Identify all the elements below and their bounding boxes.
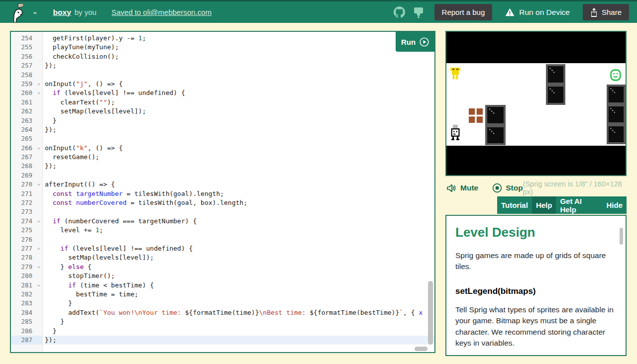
warning-icon <box>505 8 515 16</box>
line-number: 266⌄ <box>11 144 42 153</box>
fold-arrow-icon[interactable]: ⌄ <box>37 280 40 289</box>
line-number: 254 <box>11 34 42 43</box>
fold-arrow-icon[interactable]: ⌄ <box>37 88 40 96</box>
sprig-logo[interactable]: ⌄ <box>8 2 38 23</box>
line-number: 281⌄ <box>11 281 42 290</box>
code-line[interactable]: const numberCovered = tilesWith(goal, bo… <box>45 198 434 207</box>
line-number: 267 <box>11 153 42 162</box>
code-editor-panel: 254255256257258259⌄260⌄26126226326426526… <box>10 31 435 353</box>
share-icon <box>590 8 598 17</box>
sprig-editor-app: ⌄ boxy by you Saved to oli@mebberson.com… <box>0 0 637 364</box>
code-line[interactable]: getFirst(player).y -= 1; <box>45 34 434 43</box>
code-line[interactable]: playTune(myTune); <box>45 43 434 52</box>
line-number: 275 <box>11 226 42 235</box>
code-area[interactable]: getFirst(player).y -= 1; playTune(myTune… <box>43 32 434 352</box>
code-line[interactable]: } <box>45 327 434 336</box>
report-a-bug-label: Report a bug <box>442 8 485 16</box>
code-line[interactable]: }); <box>45 61 434 70</box>
code-line[interactable] <box>45 134 434 143</box>
code-line[interactable] <box>45 71 434 80</box>
play-circle-icon <box>420 37 429 47</box>
tab-hide[interactable]: Hide <box>602 196 627 214</box>
code-line[interactable]: level += 1; <box>45 226 434 235</box>
github-icon[interactable] <box>393 6 406 18</box>
device-icon[interactable] <box>413 6 425 19</box>
stop-button[interactable]: Stop <box>492 183 523 193</box>
code-line[interactable]: if (levels[level] !== undefined) { <box>45 244 434 253</box>
code-line[interactable]: setMap(levels[level]); <box>45 253 434 262</box>
speaker-icon <box>446 183 457 193</box>
code-line[interactable] <box>45 235 434 244</box>
code-line[interactable]: } <box>45 299 434 308</box>
code-line[interactable]: if (numberCovered === targetNumber) { <box>45 217 434 226</box>
code-line[interactable]: }); <box>45 162 434 171</box>
code-line[interactable]: const targetNumber = tilesWith(goal).len… <box>45 189 434 198</box>
line-number: 284 <box>11 308 42 317</box>
code-line[interactable]: onInput("j", () => { <box>45 80 434 89</box>
code-line[interactable] <box>45 171 434 180</box>
help-tabbar: TutorialHelpGet AI HelpHide <box>497 196 627 214</box>
editor-horizontal-scrollbar[interactable] <box>415 347 427 351</box>
code-line[interactable]: stopTimer(); <box>45 272 434 280</box>
box-sprite <box>607 124 626 144</box>
project-title-group: boxy by you <box>53 8 97 17</box>
chevron-down-icon[interactable]: ⌄ <box>32 7 38 16</box>
fold-arrow-icon[interactable]: ⌄ <box>37 143 40 152</box>
help-scrollbar[interactable] <box>620 228 623 245</box>
box-sprite <box>485 125 506 145</box>
fold-arrow-icon[interactable]: ⌄ <box>37 179 40 188</box>
project-author-label: by you <box>75 8 97 16</box>
code-line[interactable]: }); <box>45 125 434 134</box>
box-sprite <box>546 64 565 85</box>
screen-size-note: (Sprig screen is 1/8" / 160×128 px) <box>523 180 627 196</box>
line-number: 270⌄ <box>11 180 42 189</box>
code-line[interactable]: clearText(""); <box>45 98 434 107</box>
code-line[interactable]: addText(`You won!\nYour time: ${formatTi… <box>45 308 434 317</box>
box-sprite <box>485 105 506 125</box>
line-number: 260⌄ <box>11 89 42 97</box>
line-number: 285 <box>11 317 42 326</box>
mute-button[interactable]: Mute <box>446 183 478 193</box>
share-label: Share <box>602 8 622 16</box>
code-line[interactable]: afterInput(() => { <box>45 180 434 189</box>
line-number: 261 <box>11 98 42 107</box>
fold-arrow-icon[interactable]: ⌄ <box>37 262 40 271</box>
line-number: 282 <box>11 290 42 299</box>
tab-get-ai-help[interactable]: Get AI Help <box>556 196 602 214</box>
tab-tutorial[interactable]: Tutorial <box>497 196 532 214</box>
fold-arrow-icon[interactable]: ⌄ <box>37 243 40 252</box>
code-line[interactable]: } <box>45 317 434 326</box>
editor-vertical-scrollbar[interactable] <box>428 281 433 345</box>
game-canvas[interactable] <box>446 32 626 175</box>
line-number: 286 <box>11 327 42 336</box>
code-line[interactable] <box>45 207 434 216</box>
code-line[interactable]: bestTime = time; <box>45 290 434 299</box>
sprig-mascot-icon <box>8 2 28 23</box>
code-line[interactable]: setMap(levels[level]); <box>45 107 434 116</box>
share-button[interactable]: Share <box>583 4 629 20</box>
code-line[interactable]: checkCollision(); <box>45 52 434 61</box>
project-name-link[interactable]: boxy <box>53 8 71 17</box>
top-header-bar: ⌄ boxy by you Saved to oli@mebberson.com… <box>0 0 637 23</box>
code-line[interactable]: if (time < bestTime) { <box>45 281 434 290</box>
line-number: 262 <box>11 107 42 116</box>
tab-help[interactable]: Help <box>532 196 556 214</box>
line-number: 255 <box>11 43 42 52</box>
report-a-bug-button[interactable]: Report a bug <box>434 4 493 20</box>
run-button[interactable]: Run <box>396 32 434 52</box>
code-line[interactable]: } else { <box>45 263 434 272</box>
code-line[interactable]: if (levels[level] !== undefined) { <box>45 89 434 97</box>
code-line[interactable]: }); <box>45 336 434 345</box>
run-on-device-label: Run on Device <box>519 8 570 17</box>
code-line[interactable]: } <box>45 116 434 125</box>
code-line[interactable]: resetGame(); <box>45 153 434 162</box>
line-number: 257 <box>11 61 42 70</box>
run-on-device-button[interactable]: Run on Device <box>505 8 570 17</box>
fold-arrow-icon[interactable]: ⌄ <box>37 79 40 88</box>
code-line[interactable]: onInput("k", () => { <box>45 144 434 153</box>
fold-arrow-icon[interactable]: ⌄ <box>37 216 40 225</box>
saved-account-link[interactable]: Saved to oli@mebberson.com <box>111 8 212 16</box>
help-paragraph-2: Tell Sprig what types of sprites are ava… <box>455 304 617 349</box>
line-number: 256 <box>11 52 42 61</box>
line-number: 277⌄ <box>11 244 42 253</box>
